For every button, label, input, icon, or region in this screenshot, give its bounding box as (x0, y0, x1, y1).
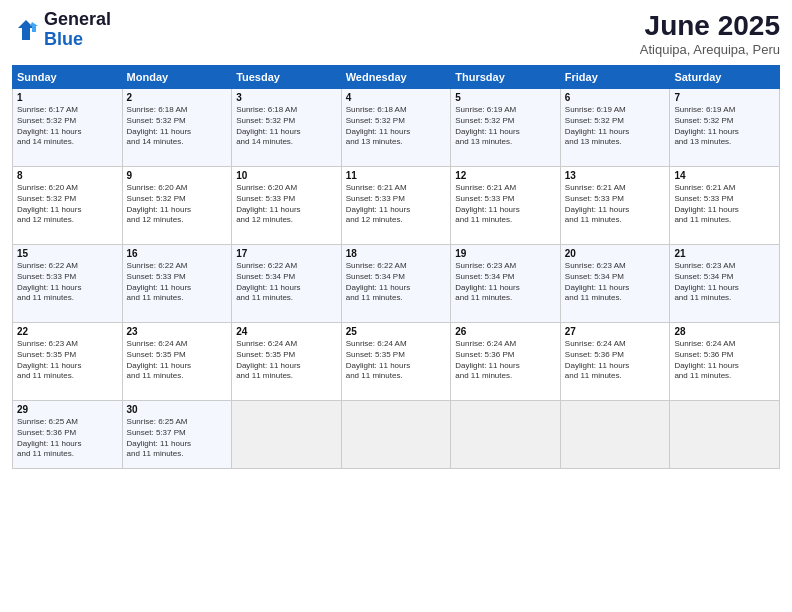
col-header-thursday: Thursday (451, 66, 561, 89)
day-number: 25 (346, 326, 447, 337)
calendar-cell: 19Sunrise: 6:23 AM Sunset: 5:34 PM Dayli… (451, 245, 561, 323)
col-header-monday: Monday (122, 66, 232, 89)
day-info: Sunrise: 6:19 AM Sunset: 5:32 PM Dayligh… (565, 105, 666, 148)
calendar-cell: 13Sunrise: 6:21 AM Sunset: 5:33 PM Dayli… (560, 167, 670, 245)
calendar-cell (560, 401, 670, 469)
calendar-cell: 15Sunrise: 6:22 AM Sunset: 5:33 PM Dayli… (13, 245, 123, 323)
day-info: Sunrise: 6:23 AM Sunset: 5:34 PM Dayligh… (674, 261, 775, 304)
calendar-cell: 18Sunrise: 6:22 AM Sunset: 5:34 PM Dayli… (341, 245, 451, 323)
calendar-cell (670, 401, 780, 469)
calendar-cell: 11Sunrise: 6:21 AM Sunset: 5:33 PM Dayli… (341, 167, 451, 245)
day-info: Sunrise: 6:19 AM Sunset: 5:32 PM Dayligh… (674, 105, 775, 148)
calendar-cell: 25Sunrise: 6:24 AM Sunset: 5:35 PM Dayli… (341, 323, 451, 401)
location: Atiquipa, Arequipa, Peru (640, 42, 780, 57)
day-number: 19 (455, 248, 556, 259)
day-info: Sunrise: 6:21 AM Sunset: 5:33 PM Dayligh… (674, 183, 775, 226)
day-number: 16 (127, 248, 228, 259)
day-info: Sunrise: 6:18 AM Sunset: 5:32 PM Dayligh… (346, 105, 447, 148)
day-number: 17 (236, 248, 337, 259)
day-number: 26 (455, 326, 556, 337)
calendar-cell: 21Sunrise: 6:23 AM Sunset: 5:34 PM Dayli… (670, 245, 780, 323)
calendar-cell: 3Sunrise: 6:18 AM Sunset: 5:32 PM Daylig… (232, 89, 342, 167)
header: General Blue June 2025 Atiquipa, Arequip… (12, 10, 780, 57)
page: General Blue June 2025 Atiquipa, Arequip… (0, 0, 792, 612)
title-block: June 2025 Atiquipa, Arequipa, Peru (640, 10, 780, 57)
calendar-cell: 14Sunrise: 6:21 AM Sunset: 5:33 PM Dayli… (670, 167, 780, 245)
day-number: 3 (236, 92, 337, 103)
day-number: 28 (674, 326, 775, 337)
day-info: Sunrise: 6:20 AM Sunset: 5:33 PM Dayligh… (236, 183, 337, 226)
day-info: Sunrise: 6:24 AM Sunset: 5:35 PM Dayligh… (346, 339, 447, 382)
day-number: 12 (455, 170, 556, 181)
calendar-cell: 26Sunrise: 6:24 AM Sunset: 5:36 PM Dayli… (451, 323, 561, 401)
day-info: Sunrise: 6:21 AM Sunset: 5:33 PM Dayligh… (565, 183, 666, 226)
calendar-cell: 23Sunrise: 6:24 AM Sunset: 5:35 PM Dayli… (122, 323, 232, 401)
day-number: 2 (127, 92, 228, 103)
calendar-cell: 7Sunrise: 6:19 AM Sunset: 5:32 PM Daylig… (670, 89, 780, 167)
day-number: 23 (127, 326, 228, 337)
logo-line1: General (44, 9, 111, 29)
calendar-cell: 20Sunrise: 6:23 AM Sunset: 5:34 PM Dayli… (560, 245, 670, 323)
col-header-saturday: Saturday (670, 66, 780, 89)
day-info: Sunrise: 6:18 AM Sunset: 5:32 PM Dayligh… (236, 105, 337, 148)
day-number: 15 (17, 248, 118, 259)
calendar-table: SundayMondayTuesdayWednesdayThursdayFrid… (12, 65, 780, 469)
day-number: 18 (346, 248, 447, 259)
calendar-cell (341, 401, 451, 469)
day-info: Sunrise: 6:21 AM Sunset: 5:33 PM Dayligh… (455, 183, 556, 226)
calendar-cell: 22Sunrise: 6:23 AM Sunset: 5:35 PM Dayli… (13, 323, 123, 401)
day-number: 4 (346, 92, 447, 103)
logo: General Blue (12, 10, 111, 50)
day-number: 27 (565, 326, 666, 337)
day-info: Sunrise: 6:23 AM Sunset: 5:35 PM Dayligh… (17, 339, 118, 382)
day-number: 6 (565, 92, 666, 103)
day-number: 7 (674, 92, 775, 103)
col-header-tuesday: Tuesday (232, 66, 342, 89)
day-info: Sunrise: 6:23 AM Sunset: 5:34 PM Dayligh… (455, 261, 556, 304)
day-info: Sunrise: 6:23 AM Sunset: 5:34 PM Dayligh… (565, 261, 666, 304)
calendar-cell: 5Sunrise: 6:19 AM Sunset: 5:32 PM Daylig… (451, 89, 561, 167)
day-info: Sunrise: 6:24 AM Sunset: 5:36 PM Dayligh… (565, 339, 666, 382)
calendar-cell: 12Sunrise: 6:21 AM Sunset: 5:33 PM Dayli… (451, 167, 561, 245)
calendar-cell: 8Sunrise: 6:20 AM Sunset: 5:32 PM Daylig… (13, 167, 123, 245)
calendar-cell: 10Sunrise: 6:20 AM Sunset: 5:33 PM Dayli… (232, 167, 342, 245)
logo-icon (12, 16, 40, 44)
calendar-cell: 16Sunrise: 6:22 AM Sunset: 5:33 PM Dayli… (122, 245, 232, 323)
day-info: Sunrise: 6:22 AM Sunset: 5:34 PM Dayligh… (236, 261, 337, 304)
month-title: June 2025 (640, 10, 780, 42)
calendar-cell (232, 401, 342, 469)
day-number: 10 (236, 170, 337, 181)
calendar-cell: 17Sunrise: 6:22 AM Sunset: 5:34 PM Dayli… (232, 245, 342, 323)
day-info: Sunrise: 6:25 AM Sunset: 5:37 PM Dayligh… (127, 417, 228, 460)
day-number: 30 (127, 404, 228, 415)
day-info: Sunrise: 6:24 AM Sunset: 5:35 PM Dayligh… (236, 339, 337, 382)
day-info: Sunrise: 6:18 AM Sunset: 5:32 PM Dayligh… (127, 105, 228, 148)
col-header-sunday: Sunday (13, 66, 123, 89)
day-info: Sunrise: 6:22 AM Sunset: 5:33 PM Dayligh… (127, 261, 228, 304)
day-number: 20 (565, 248, 666, 259)
day-number: 13 (565, 170, 666, 181)
day-info: Sunrise: 6:22 AM Sunset: 5:34 PM Dayligh… (346, 261, 447, 304)
day-info: Sunrise: 6:24 AM Sunset: 5:35 PM Dayligh… (127, 339, 228, 382)
calendar-cell: 9Sunrise: 6:20 AM Sunset: 5:32 PM Daylig… (122, 167, 232, 245)
day-number: 9 (127, 170, 228, 181)
calendar-cell: 28Sunrise: 6:24 AM Sunset: 5:36 PM Dayli… (670, 323, 780, 401)
col-header-friday: Friday (560, 66, 670, 89)
col-header-wednesday: Wednesday (341, 66, 451, 89)
day-info: Sunrise: 6:24 AM Sunset: 5:36 PM Dayligh… (674, 339, 775, 382)
day-number: 29 (17, 404, 118, 415)
day-info: Sunrise: 6:20 AM Sunset: 5:32 PM Dayligh… (127, 183, 228, 226)
day-number: 14 (674, 170, 775, 181)
logo-line2: Blue (44, 29, 83, 49)
day-number: 11 (346, 170, 447, 181)
day-info: Sunrise: 6:21 AM Sunset: 5:33 PM Dayligh… (346, 183, 447, 226)
day-info: Sunrise: 6:20 AM Sunset: 5:32 PM Dayligh… (17, 183, 118, 226)
day-number: 1 (17, 92, 118, 103)
day-info: Sunrise: 6:24 AM Sunset: 5:36 PM Dayligh… (455, 339, 556, 382)
day-info: Sunrise: 6:19 AM Sunset: 5:32 PM Dayligh… (455, 105, 556, 148)
day-number: 8 (17, 170, 118, 181)
day-info: Sunrise: 6:22 AM Sunset: 5:33 PM Dayligh… (17, 261, 118, 304)
calendar-cell (451, 401, 561, 469)
day-number: 21 (674, 248, 775, 259)
day-number: 24 (236, 326, 337, 337)
